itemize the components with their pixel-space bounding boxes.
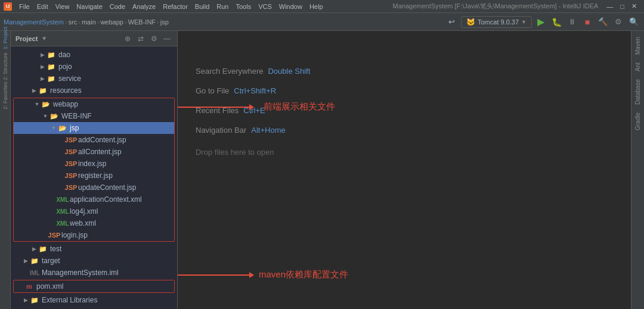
tree-item-register[interactable]: JSP register.jsp — [14, 170, 174, 182]
menu-edit[interactable]: Edit — [33, 2, 52, 11]
menu-tools[interactable]: Tools — [232, 2, 255, 11]
left-tab-favorites[interactable]: 2: Favorites — [1, 90, 10, 100]
label-updatecontent: updateContent.jsp — [78, 183, 136, 192]
tree-item-updatecontent[interactable]: JSP updateContent.jsp — [14, 182, 174, 193]
menu-vcs[interactable]: VCS — [255, 2, 275, 11]
menu-run[interactable]: Run — [213, 2, 232, 11]
tree-item-index[interactable]: JSP index.jsp — [14, 158, 174, 170]
tree-item-pojo[interactable]: ▶ 📁 pojo — [11, 61, 177, 73]
label-log4j: log4j.xml — [70, 207, 98, 216]
breadcrumb-main[interactable]: main — [82, 18, 96, 26]
menu-refactor[interactable]: Refactor — [159, 2, 191, 11]
sep1: › — [65, 18, 67, 26]
xml-icon-web: XML — [58, 219, 67, 228]
shortcuts-list: Search Everywhere Double Shift Go to Fil… — [196, 67, 613, 167]
tree-item-test[interactable]: ▶ 📁 test — [11, 243, 177, 255]
folder-icon-pojo: 📁 — [47, 62, 56, 71]
arrow-jsp: ▼ — [49, 125, 58, 131]
debug-button[interactable]: 🐛 — [550, 15, 563, 29]
label-allcontent: allContent.jsp — [78, 148, 122, 156]
shortcut-search-everywhere: Search Everywhere Double Shift — [196, 67, 613, 76]
right-tab-gradle[interactable]: Gradle — [633, 109, 642, 134]
annotation-bottom: maven依赖库配置文件 — [178, 269, 348, 280]
stop-button[interactable]: ■ — [581, 15, 594, 29]
arrow-line-top — [178, 107, 249, 108]
menu-navigate[interactable]: Navigate — [73, 2, 106, 11]
build-btn[interactable]: 🔨 — [596, 15, 609, 29]
tree-item-resources[interactable]: ▶ 📁 resources — [11, 85, 177, 96]
tree-item-login[interactable]: JSP login.jsp — [14, 229, 174, 241]
tree-item-log4j[interactable]: XML log4j.xml — [14, 205, 174, 217]
arrow-pojo: ▶ — [38, 64, 47, 70]
settings-panel-btn[interactable]: ⚙ — [148, 33, 159, 44]
breadcrumb-src[interactable]: src — [69, 18, 78, 26]
breadcrumb-webinf[interactable]: WEB-INF — [128, 18, 156, 26]
folder-icon-resources: 📁 — [38, 86, 48, 95]
breadcrumb-jsp[interactable]: jsp — [160, 18, 169, 26]
project-panel: Project ▼ ⊕ ⇄ ⚙ — ▶ 📁 dao ▶ 📁 pojo — [11, 31, 178, 309]
tree-item-webapp[interactable]: ▼ 📂 webapp — [14, 98, 174, 110]
editor-content: Search Everywhere Double Shift Go to Fil… — [178, 31, 631, 309]
key-go-to-file: Ctrl+Shift+R — [234, 86, 276, 95]
tree-item-allcontent[interactable]: JSP allContent.jsp — [14, 146, 174, 158]
tree-item-iml[interactable]: IML ManagementSystem.iml — [11, 267, 177, 279]
tree-item-dao[interactable]: ▶ 📁 dao — [11, 49, 177, 61]
tree-item-jsp[interactable]: ▼ 📂 jsp — [14, 122, 174, 134]
coverage-btn[interactable]: ⏸ — [565, 15, 578, 29]
tree-item-target[interactable]: ▶ 📁 target — [11, 255, 177, 267]
key-navigation-bar: Alt+Home — [251, 126, 285, 135]
arrow-resources: ▶ — [30, 88, 38, 93]
label-webinf: WEB-INF — [61, 112, 92, 120]
arrow-line-bottom — [178, 274, 249, 276]
jsp-icon-login: JSP — [49, 230, 59, 240]
panel-dropdown-arrow[interactable]: ▼ — [41, 35, 47, 42]
breadcrumb-webapp[interactable]: webapp — [100, 18, 123, 26]
settings-btn[interactable]: ⚙ — [612, 15, 625, 29]
menu-code[interactable]: Code — [106, 2, 129, 11]
breadcrumb-app[interactable]: ManagementSystem — [4, 18, 64, 26]
tree-item-extlibs[interactable]: ▶ 📁 External Libraries — [11, 294, 177, 306]
tree-item-webinf[interactable]: ▼ 📂 WEB-INF — [14, 110, 174, 122]
scope-btn[interactable]: ⊕ — [122, 33, 133, 44]
right-tab-ant[interactable]: Ant — [633, 59, 642, 75]
run-button[interactable]: ▶ — [534, 15, 547, 29]
tree-item-addcontent[interactable]: JSP addContent.jsp — [14, 134, 174, 146]
annotation-top-text: 前端展示相关文件 — [264, 101, 335, 113]
tree-item-scratches[interactable]: ▶ 📁 Scratches and Consoles — [11, 306, 177, 309]
run-config[interactable]: 🐱 Tomcat 9.0.37 ▼ — [461, 16, 532, 28]
menu-window[interactable]: Window — [275, 2, 306, 11]
right-tab-maven[interactable]: Maven — [633, 33, 642, 58]
collapse-btn[interactable]: — — [162, 33, 172, 44]
left-tab-structure[interactable]: 2: Structure — [1, 62, 10, 71]
search-everywhere-btn[interactable]: 🔍 — [627, 15, 640, 29]
pom-icon: m — [24, 282, 34, 291]
back-btn[interactable]: ↩ — [445, 15, 459, 29]
label-pom: pom.xml — [36, 282, 63, 291]
folder-icon-test: 📁 — [38, 244, 48, 254]
jsp-icon-register: JSP — [66, 171, 76, 180]
left-tab-project[interactable]: 1: Project — [1, 33, 10, 43]
menu-build[interactable]: Build — [191, 2, 213, 11]
maximize-btn[interactable]: □ — [617, 2, 628, 11]
panel-title: Project — [16, 35, 38, 42]
tree-item-service[interactable]: ▶ 📁 service — [11, 73, 177, 85]
jsp-icon-updatecontent: JSP — [66, 183, 76, 192]
annotation-bottom-text: maven依赖库配置文件 — [259, 269, 348, 280]
arrowhead-bottom — [249, 272, 254, 278]
menu-view[interactable]: View — [52, 2, 73, 11]
minimize-btn[interactable]: — — [603, 2, 617, 11]
menu-analyze[interactable]: Analyze — [129, 2, 159, 11]
arrow-test: ▶ — [30, 246, 38, 252]
tree-item-pom[interactable]: m pom.xml — [14, 280, 174, 292]
autoscroll-btn[interactable]: ⇄ — [135, 33, 146, 44]
right-tab-database[interactable]: Database — [633, 76, 642, 108]
menu-file[interactable]: File — [16, 2, 33, 11]
jsp-icon-index: JSP — [66, 159, 76, 168]
tree-item-webxml[interactable]: XML web.xml — [14, 217, 174, 229]
label-login: login.jsp — [61, 231, 88, 239]
close-btn[interactable]: ✕ — [628, 1, 640, 11]
menu-help[interactable]: Help — [306, 2, 327, 11]
breadcrumb: ManagementSystem › src › main › webapp ›… — [4, 18, 169, 26]
tree-item-appcontext[interactable]: XML applicationContext.xml — [14, 193, 174, 205]
sep2: › — [78, 18, 80, 26]
